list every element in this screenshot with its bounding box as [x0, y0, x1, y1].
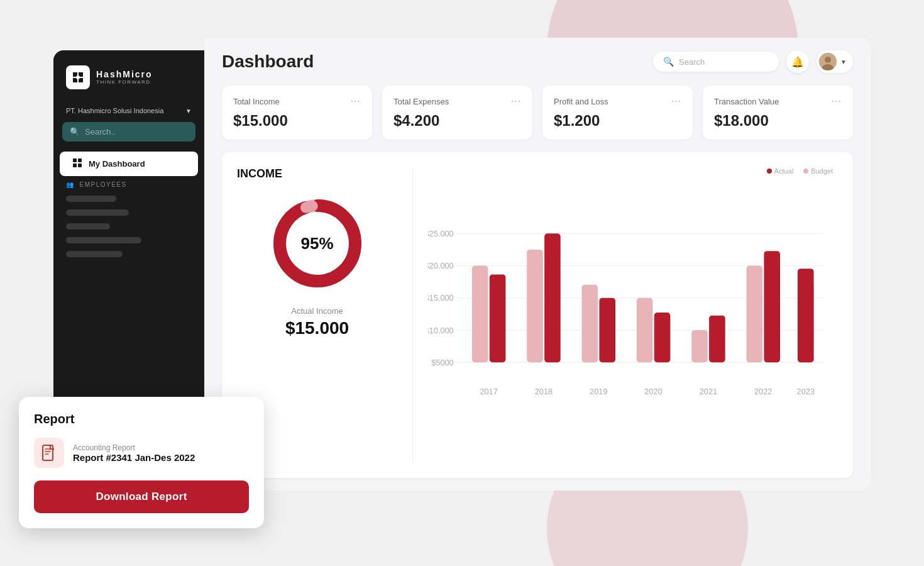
logo-area: HashMicro THINK FORWARD	[53, 50, 204, 102]
svg-rect-25	[544, 233, 561, 362]
download-report-button[interactable]: Download Report	[34, 480, 249, 513]
search-icon: 🔍	[663, 57, 674, 67]
sidebar-skeleton-1	[66, 196, 116, 202]
svg-rect-34	[709, 316, 725, 363]
budget-label: Budget	[811, 167, 833, 175]
svg-rect-24	[527, 250, 543, 362]
notification-button[interactable]: 🔔	[786, 50, 809, 73]
logo-tagline: THINK FORWARD	[96, 79, 153, 85]
chevron-down-icon: ▼	[840, 58, 847, 65]
stat-label: Transaction Value	[714, 97, 779, 106]
logo-text: HashMicro THINK FORWARD	[96, 70, 153, 85]
logo-title: HashMicro	[96, 70, 153, 79]
dashboard-icon	[72, 158, 82, 170]
stat-value: $15.000	[233, 112, 288, 129]
svg-rect-30	[637, 298, 653, 362]
sidebar-skeleton-4	[66, 237, 141, 243]
stat-card-total-income: Total Income ··· $15.000	[222, 86, 372, 140]
svg-point-6	[825, 57, 831, 63]
sidebar-skeleton-3	[66, 223, 110, 230]
stat-value: $1.200	[554, 112, 600, 129]
svg-rect-37	[764, 251, 780, 362]
sidebar-item-dashboard[interactable]: My Dashboard	[60, 152, 198, 176]
actual-income-label: Actual Income	[291, 306, 343, 316]
sidebar-skeleton-5	[66, 251, 123, 257]
stat-label: Total Expenses	[393, 97, 449, 106]
search-icon: 🔍	[70, 127, 80, 136]
page-title: Dashboard	[222, 52, 314, 72]
budget-dot	[803, 169, 808, 174]
sidebar-search-input[interactable]	[85, 127, 188, 136]
svg-rect-27	[582, 285, 598, 362]
header-search[interactable]: 🔍	[653, 52, 779, 72]
report-type: Accounting Report	[73, 443, 195, 452]
sidebar-skeleton-2	[66, 209, 129, 216]
svg-text:$5000: $5000	[431, 358, 454, 367]
bell-icon: 🔔	[791, 56, 804, 68]
svg-rect-36	[746, 266, 762, 363]
logo-icon	[66, 65, 90, 89]
stat-menu-button[interactable]: ···	[351, 96, 361, 107]
svg-rect-21	[472, 266, 488, 363]
sidebar-item-label: My Dashboard	[89, 159, 145, 169]
main-content: Dashboard 🔍 🔔	[204, 38, 871, 491]
svg-point-0	[76, 75, 80, 79]
actual-income-value: $15.000	[285, 318, 349, 338]
report-popup: Report Accounting Report Report #2341 Ja…	[19, 397, 264, 528]
svg-rect-31	[654, 313, 671, 362]
report-icon	[34, 438, 64, 468]
svg-text:$10.000: $10.000	[428, 326, 454, 335]
stat-menu-button[interactable]: ···	[671, 96, 681, 107]
report-popup-title: Report	[34, 412, 249, 426]
bar-chart: $25.000 $20.000 $15.000 $10.000 $5000 20…	[428, 167, 838, 463]
svg-text:$25.000: $25.000	[428, 229, 454, 238]
dropdown-icon[interactable]: ▼	[185, 108, 192, 114]
stat-menu-button[interactable]: ···	[832, 96, 842, 107]
svg-rect-33	[691, 330, 708, 362]
income-right: Actual Budget $25.000	[413, 167, 838, 463]
avatar	[819, 53, 837, 70]
income-title: INCOME	[237, 167, 282, 180]
user-avatar-button[interactable]: ▼	[817, 50, 853, 73]
svg-text:$20.000: $20.000	[428, 261, 454, 270]
svg-rect-28	[599, 298, 615, 362]
svg-text:2023: 2023	[797, 387, 815, 396]
income-section: INCOME 95% Actual Income	[222, 152, 853, 478]
svg-rect-3	[73, 164, 77, 167]
svg-rect-2	[78, 158, 82, 162]
company-selector[interactable]: PT. Hashmicro Solusi Indonesia ▼	[53, 102, 204, 122]
stat-card-profit-loss: Profit and Loss ··· $1.200	[542, 86, 693, 140]
svg-text:2018: 2018	[535, 387, 553, 396]
actual-dot	[767, 169, 772, 174]
sidebar-search[interactable]: 🔍	[62, 122, 195, 142]
svg-rect-42	[43, 445, 53, 460]
donut-center: 95%	[300, 234, 333, 253]
actual-label: Actual	[774, 167, 794, 175]
svg-text:2021: 2021	[700, 387, 717, 396]
section-employees: 👥 EMPLOYEES	[53, 176, 204, 192]
legend-actual: Actual	[767, 167, 794, 175]
chart-legend: Actual Budget	[767, 167, 833, 175]
donut-percent: 95%	[300, 234, 333, 253]
stat-label: Profit and Loss	[554, 97, 608, 106]
report-text: Accounting Report Report #2341 Jan-Des 2…	[73, 443, 195, 463]
stat-value: $4.200	[393, 112, 439, 129]
svg-rect-40	[798, 269, 814, 362]
stat-card-transaction-value: Transaction Value ··· $18.000	[703, 86, 853, 140]
report-name: Report #2341 Jan-Des 2022	[73, 452, 195, 463]
stat-card-total-expenses: Total Expenses ··· $4.200	[382, 86, 532, 140]
employees-icon: 👥	[66, 181, 75, 188]
header-search-input[interactable]	[679, 57, 769, 67]
stats-row: Total Income ··· $15.000 Total Expenses …	[204, 86, 871, 152]
svg-rect-22	[490, 274, 506, 362]
svg-text:$15.000: $15.000	[428, 293, 454, 302]
company-name: PT. Hashmicro Solusi Indonesia	[66, 107, 163, 114]
stat-value: $18.000	[714, 112, 769, 129]
svg-text:2017: 2017	[480, 387, 497, 396]
stat-label: Total Income	[233, 97, 280, 106]
stat-menu-button[interactable]: ···	[511, 96, 521, 107]
donut-chart: 95%	[267, 193, 368, 294]
svg-rect-1	[73, 158, 77, 162]
svg-rect-4	[78, 164, 82, 167]
svg-text:2022: 2022	[754, 387, 772, 396]
